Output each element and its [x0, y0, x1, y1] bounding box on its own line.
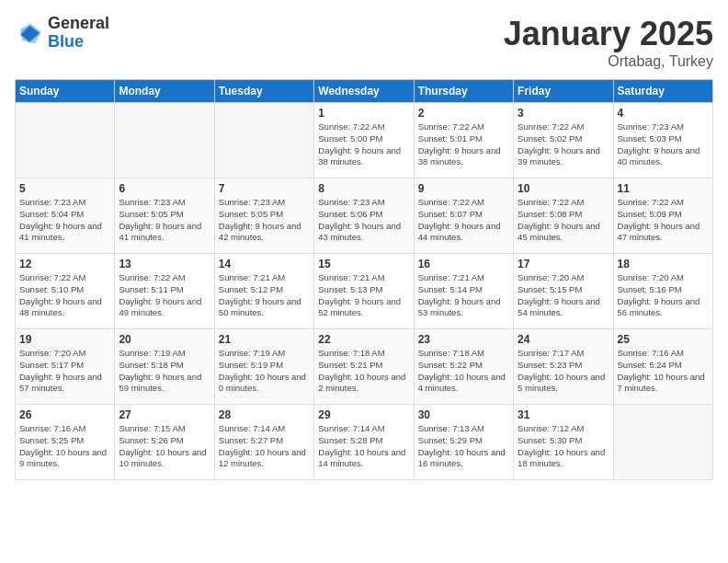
calendar-cell: 11Sunrise: 7:22 AM Sunset: 5:09 PM Dayli… — [613, 178, 712, 254]
day-detail: Sunrise: 7:21 AM Sunset: 5:13 PM Dayligh… — [318, 272, 409, 319]
day-detail: Sunrise: 7:19 AM Sunset: 5:19 PM Dayligh… — [219, 348, 310, 395]
day-number: 16 — [418, 258, 509, 270]
weekday-header: Saturday — [613, 80, 712, 103]
day-number: 29 — [318, 408, 409, 421]
day-detail: Sunrise: 7:19 AM Sunset: 5:18 PM Dayligh… — [119, 348, 210, 395]
day-number: 25 — [618, 333, 709, 346]
calendar-week-row: 19Sunrise: 7:20 AM Sunset: 5:17 PM Dayli… — [16, 329, 713, 405]
day-number: 7 — [219, 182, 310, 195]
calendar-cell: 21Sunrise: 7:19 AM Sunset: 5:19 PM Dayli… — [214, 329, 313, 405]
calendar-cell — [214, 103, 313, 178]
calendar-cell: 3Sunrise: 7:22 AM Sunset: 5:02 PM Daylig… — [514, 103, 613, 178]
weekday-header: Thursday — [414, 80, 513, 103]
day-detail: Sunrise: 7:21 AM Sunset: 5:14 PM Dayligh… — [418, 272, 509, 319]
calendar-cell: 28Sunrise: 7:14 AM Sunset: 5:27 PM Dayli… — [214, 405, 313, 480]
day-detail: Sunrise: 7:18 AM Sunset: 5:21 PM Dayligh… — [318, 348, 409, 395]
calendar-cell: 8Sunrise: 7:23 AM Sunset: 5:06 PM Daylig… — [314, 178, 414, 254]
day-detail: Sunrise: 7:23 AM Sunset: 5:06 PM Dayligh… — [318, 197, 409, 244]
day-number: 12 — [19, 258, 110, 270]
title-block: January 2025 Ortabag, Turkey — [504, 15, 713, 70]
day-detail: Sunrise: 7:22 AM Sunset: 5:11 PM Dayligh… — [119, 272, 210, 319]
day-detail: Sunrise: 7:22 AM Sunset: 5:10 PM Dayligh… — [19, 272, 110, 319]
day-detail: Sunrise: 7:22 AM Sunset: 5:00 PM Dayligh… — [318, 121, 409, 168]
day-number: 19 — [19, 333, 110, 346]
day-detail: Sunrise: 7:16 AM Sunset: 5:25 PM Dayligh… — [19, 423, 110, 470]
calendar-cell: 19Sunrise: 7:20 AM Sunset: 5:17 PM Dayli… — [16, 329, 115, 405]
month-title: January 2025 — [504, 15, 713, 53]
calendar-cell: 12Sunrise: 7:22 AM Sunset: 5:10 PM Dayli… — [16, 254, 115, 329]
day-detail: Sunrise: 7:22 AM Sunset: 5:02 PM Dayligh… — [518, 121, 609, 168]
day-detail: Sunrise: 7:13 AM Sunset: 5:29 PM Dayligh… — [418, 423, 509, 470]
logo-blue: Blue — [48, 33, 109, 52]
day-detail: Sunrise: 7:21 AM Sunset: 5:12 PM Dayligh… — [219, 272, 310, 319]
calendar-cell: 16Sunrise: 7:21 AM Sunset: 5:14 PM Dayli… — [414, 254, 513, 329]
calendar-cell: 22Sunrise: 7:18 AM Sunset: 5:21 PM Dayli… — [314, 329, 414, 405]
calendar-cell: 14Sunrise: 7:21 AM Sunset: 5:12 PM Dayli… — [214, 254, 313, 329]
logo-icon — [15, 18, 44, 48]
calendar-week-row: 12Sunrise: 7:22 AM Sunset: 5:10 PM Dayli… — [16, 254, 713, 329]
day-number: 9 — [418, 182, 509, 195]
day-number: 21 — [219, 333, 310, 346]
day-number: 13 — [119, 258, 210, 270]
day-number: 28 — [219, 408, 310, 421]
logo-text: General Blue — [48, 15, 109, 52]
day-number: 24 — [518, 333, 609, 346]
day-number: 10 — [518, 182, 609, 195]
day-number: 4 — [618, 107, 709, 120]
day-number: 26 — [19, 408, 110, 421]
calendar-table: SundayMondayTuesdayWednesdayThursdayFrid… — [15, 79, 713, 480]
day-number: 15 — [318, 258, 409, 270]
calendar-header-row: SundayMondayTuesdayWednesdayThursdayFrid… — [16, 80, 713, 103]
calendar-cell: 30Sunrise: 7:13 AM Sunset: 5:29 PM Dayli… — [414, 405, 513, 480]
day-number: 2 — [418, 107, 509, 120]
day-detail: Sunrise: 7:17 AM Sunset: 5:23 PM Dayligh… — [518, 348, 609, 395]
location: Ortabag, Turkey — [504, 53, 713, 70]
day-number: 1 — [318, 107, 409, 120]
calendar-cell — [16, 103, 115, 178]
page-header: General Blue January 2025 Ortabag, Turke… — [15, 15, 713, 70]
day-number: 22 — [318, 333, 409, 346]
day-detail: Sunrise: 7:22 AM Sunset: 5:01 PM Dayligh… — [418, 121, 509, 168]
day-number: 18 — [618, 258, 709, 270]
day-number: 23 — [418, 333, 509, 346]
calendar-cell: 1Sunrise: 7:22 AM Sunset: 5:00 PM Daylig… — [314, 103, 414, 178]
calendar-cell: 6Sunrise: 7:23 AM Sunset: 5:05 PM Daylig… — [115, 178, 214, 254]
day-number: 30 — [418, 408, 509, 421]
day-number: 11 — [618, 182, 709, 195]
calendar-cell: 26Sunrise: 7:16 AM Sunset: 5:25 PM Dayli… — [16, 405, 115, 480]
day-number: 6 — [119, 182, 210, 195]
day-number: 3 — [518, 107, 609, 120]
calendar-cell: 10Sunrise: 7:22 AM Sunset: 5:08 PM Dayli… — [514, 178, 613, 254]
calendar-cell — [115, 103, 214, 178]
day-number: 5 — [19, 182, 110, 195]
logo: General Blue — [15, 15, 109, 52]
day-detail: Sunrise: 7:20 AM Sunset: 5:17 PM Dayligh… — [19, 348, 110, 395]
day-detail: Sunrise: 7:14 AM Sunset: 5:28 PM Dayligh… — [318, 423, 409, 470]
calendar-cell: 27Sunrise: 7:15 AM Sunset: 5:26 PM Dayli… — [115, 405, 214, 480]
calendar-week-row: 1Sunrise: 7:22 AM Sunset: 5:00 PM Daylig… — [16, 103, 713, 178]
day-detail: Sunrise: 7:22 AM Sunset: 5:09 PM Dayligh… — [618, 197, 709, 244]
calendar-cell: 29Sunrise: 7:14 AM Sunset: 5:28 PM Dayli… — [314, 405, 414, 480]
day-number: 31 — [518, 408, 609, 421]
weekday-header: Tuesday — [214, 80, 313, 103]
calendar-cell — [613, 405, 712, 480]
day-detail: Sunrise: 7:18 AM Sunset: 5:22 PM Dayligh… — [418, 348, 509, 395]
calendar-cell: 18Sunrise: 7:20 AM Sunset: 5:16 PM Dayli… — [613, 254, 712, 329]
day-detail: Sunrise: 7:12 AM Sunset: 5:30 PM Dayligh… — [518, 423, 609, 470]
calendar-cell: 25Sunrise: 7:16 AM Sunset: 5:24 PM Dayli… — [613, 329, 712, 405]
calendar-cell: 13Sunrise: 7:22 AM Sunset: 5:11 PM Dayli… — [115, 254, 214, 329]
weekday-header: Monday — [115, 80, 214, 103]
calendar-cell: 4Sunrise: 7:23 AM Sunset: 5:03 PM Daylig… — [613, 103, 712, 178]
weekday-header: Friday — [514, 80, 613, 103]
day-detail: Sunrise: 7:14 AM Sunset: 5:27 PM Dayligh… — [219, 423, 310, 470]
weekday-header: Sunday — [16, 80, 115, 103]
day-number: 20 — [119, 333, 210, 346]
calendar-cell: 5Sunrise: 7:23 AM Sunset: 5:04 PM Daylig… — [16, 178, 115, 254]
day-detail: Sunrise: 7:23 AM Sunset: 5:03 PM Dayligh… — [618, 121, 709, 168]
day-detail: Sunrise: 7:23 AM Sunset: 5:04 PM Dayligh… — [19, 197, 110, 244]
calendar-cell: 17Sunrise: 7:20 AM Sunset: 5:15 PM Dayli… — [514, 254, 613, 329]
calendar-cell: 23Sunrise: 7:18 AM Sunset: 5:22 PM Dayli… — [414, 329, 513, 405]
day-detail: Sunrise: 7:15 AM Sunset: 5:26 PM Dayligh… — [119, 423, 210, 470]
logo-general: General — [48, 15, 109, 33]
calendar-cell: 7Sunrise: 7:23 AM Sunset: 5:05 PM Daylig… — [214, 178, 313, 254]
